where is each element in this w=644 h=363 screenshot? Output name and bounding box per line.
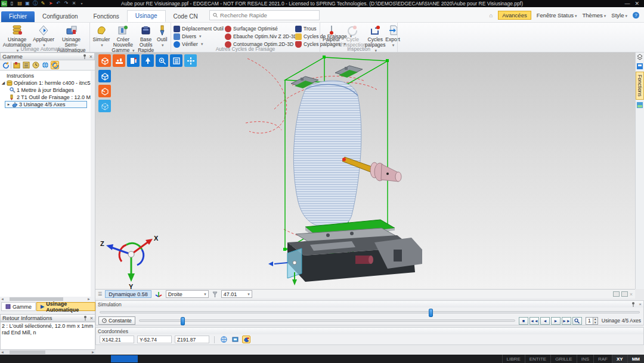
skip-start-icon[interactable]: ◄◄ [530, 317, 539, 325]
stock-display-icon[interactable] [98, 54, 111, 67]
time-estimate-icon[interactable] [32, 61, 40, 69]
search-input[interactable] [220, 12, 316, 19]
x-coordinate-field[interactable]: X142.21 [100, 336, 134, 343]
close-button[interactable]: ✕ [634, 1, 639, 7]
machine-setup-icon[interactable] [13, 61, 21, 69]
machine-display-icon[interactable] [113, 54, 125, 67]
tab-fonctions[interactable]: Fonctions [86, 11, 127, 22]
outil-button[interactable]: Outil ▾ [156, 24, 168, 48]
layers-icon[interactable] [636, 54, 643, 61]
base-outils-rapide-button[interactable]: Base Outils Rapide [136, 24, 156, 53]
close-panel-icon[interactable]: × [89, 54, 92, 60]
world-cs-icon[interactable] [219, 336, 228, 343]
browser-icon[interactable] [636, 101, 643, 109]
tab-fichier[interactable]: Fichier [1, 11, 35, 22]
tree-operation-1[interactable]: ◢ Opération 1: hermle c400 - itnc530.mcp… [0, 79, 91, 87]
cascade-windows-icon[interactable] [621, 291, 628, 297]
save-icon[interactable]: ▣ [24, 1, 30, 7]
style-menu[interactable]: Style▾ [611, 12, 627, 19]
progress-handle[interactable] [429, 309, 433, 317]
tool-position-select[interactable]: 47.01▾ [221, 290, 252, 298]
deplacement-outil-button[interactable]: Déplacement Outil▾ [174, 25, 225, 32]
new-file-icon[interactable]: ▯ [9, 1, 15, 7]
analyze-icon[interactable] [572, 317, 582, 325]
home-icon[interactable]: ⌂ [489, 12, 493, 19]
tree-root-instructions[interactable]: Instructions [0, 72, 91, 79]
work-plane-icon[interactable] [231, 336, 239, 343]
auto-update-icon[interactable] [51, 61, 59, 69]
tree-item-outil-fraisage[interactable]: 2 T1 Outil de Fraisage : 12.0 MM DIA X .… [0, 94, 91, 101]
play-icon[interactable]: ► [551, 317, 561, 325]
palpeur-button[interactable]: Palpeur [323, 24, 340, 42]
close-view-icon[interactable]: × [630, 291, 633, 297]
info-icon[interactable]: ⓘ [32, 1, 38, 7]
ebauche-optim-button[interactable]: Ebauche Optim.Niv Z 2D-3D [225, 33, 295, 40]
zoom-icon[interactable] [156, 54, 168, 67]
qat-dropdown-icon[interactable]: ▾ [79, 1, 85, 7]
flag-icon[interactable]: ➤ [48, 1, 54, 7]
sidebar-bottom-scrollbar[interactable]: ◄ ► [0, 350, 95, 355]
window-icon[interactable] [636, 63, 643, 70]
tile-windows-icon[interactable] [613, 291, 620, 297]
stop-icon[interactable]: ■ [519, 317, 528, 325]
snap-mode-icon[interactable] [242, 336, 250, 343]
simulation-progress-slider[interactable] [100, 311, 640, 313]
tree-vertical-scrollbar[interactable] [91, 71, 95, 297]
simulation-speed-slider[interactable] [139, 319, 515, 322]
creer-nouvelle-gamme-button[interactable]: Créer Nouvelle Gamme ▾ [110, 24, 136, 53]
regenerate-icon[interactable] [1, 61, 10, 69]
status-window-menu[interactable]: Fenêtre Status▾ [537, 12, 577, 19]
annotate-icon[interactable]: ✎ [40, 1, 46, 7]
menu-icon[interactable]: ☰ [98, 291, 102, 297]
delete-icon[interactable]: ✕ [71, 1, 77, 7]
view-select[interactable]: Droite▾ [166, 290, 209, 298]
skip-end-icon[interactable]: ►► [562, 317, 571, 325]
sequence-spinner[interactable]: 1 ▲▼ [586, 317, 598, 325]
close-panel-icon[interactable]: × [90, 315, 93, 321]
open-file-icon[interactable]: ▤ [17, 1, 23, 7]
grid-snap-icon[interactable] [184, 54, 197, 67]
y-coordinate-field[interactable]: Y-52.74 [137, 336, 172, 343]
scroll-left-icon[interactable]: ◄ [0, 297, 5, 301]
list-display-icon[interactable] [170, 54, 182, 67]
spin-down-icon[interactable]: ▼ [594, 321, 597, 324]
scrollbar-thumb[interactable] [10, 350, 45, 354]
shading-icon[interactable] [141, 54, 154, 67]
tab-usinage-automatique[interactable]: ▶ Usinage Automatique [36, 302, 95, 311]
step-back-icon[interactable]: ◄ [540, 317, 550, 325]
undo-icon[interactable]: ↶ [55, 1, 61, 7]
expand-icon[interactable]: ▸ [7, 102, 11, 107]
status-ins[interactable]: INS [577, 355, 593, 363]
pin-icon[interactable] [82, 54, 87, 59]
divers-button[interactable]: Divers▾ [174, 33, 225, 40]
axes-icon[interactable] [154, 291, 163, 298]
help-icon[interactable]: ? [633, 12, 639, 19]
themes-menu[interactable]: Thèmes▾ [583, 12, 606, 19]
dynamic-mode-chip[interactable]: Dynamique 0.58 [105, 290, 151, 298]
close-panel-icon[interactable]: × [639, 302, 642, 307]
status-libre[interactable]: LIBRE [502, 355, 525, 363]
redo-icon[interactable]: ↷ [63, 1, 69, 7]
wireframe-view-icon[interactable] [98, 100, 111, 112]
pin-icon[interactable] [631, 302, 636, 307]
status-mm[interactable]: MM [627, 355, 644, 363]
tree-item-bridages[interactable]: 1 Mettre à jour Bridages [0, 87, 91, 94]
speed-handle[interactable] [181, 317, 185, 325]
stock-view-icon[interactable] [98, 85, 111, 97]
appliquer-button[interactable]: Appliquer ▾ [32, 24, 55, 48]
status-xy[interactable]: XY [612, 355, 627, 363]
collapse-icon[interactable]: ◢ [1, 81, 5, 85]
tab-code-cn[interactable]: Code CN [166, 11, 206, 22]
status-entite[interactable]: ENTITE [525, 355, 550, 363]
minimize-button[interactable]: — [624, 1, 630, 7]
status-grille[interactable]: GRILLE [550, 355, 576, 363]
simuler-button[interactable]: Simuler ▾ [92, 24, 110, 48]
tab-configuration[interactable]: Configuration [35, 11, 85, 22]
scroll-right-icon[interactable]: ► [91, 350, 95, 354]
advanced-toggle[interactable]: Avancées [498, 11, 531, 20]
pin-icon[interactable] [83, 315, 88, 321]
sequence-list-icon[interactable] [22, 61, 30, 69]
status-raf[interactable]: RAF [593, 355, 612, 363]
viewport-3d[interactable]: X Z Y [95, 53, 635, 289]
solid-view-icon[interactable] [98, 70, 111, 82]
